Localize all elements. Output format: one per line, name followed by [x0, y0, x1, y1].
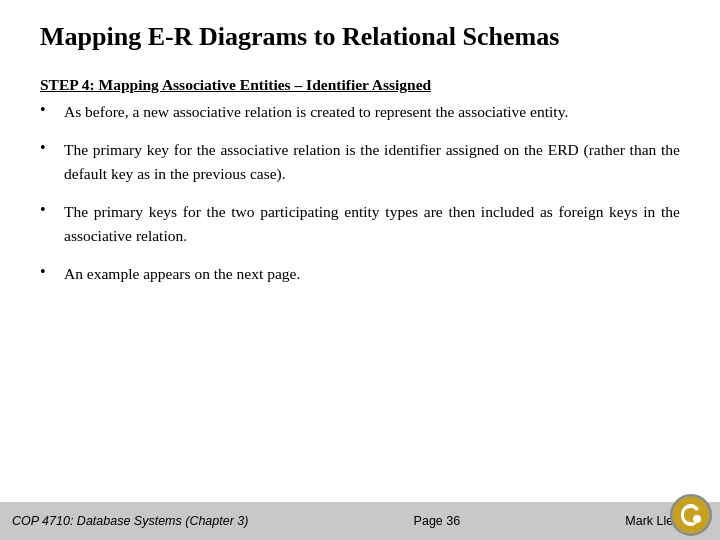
footer-course: COP 4710: Database Systems (Chapter 3) — [12, 514, 248, 528]
bullet-icon: • — [40, 100, 54, 119]
slide-footer: COP 4710: Database Systems (Chapter 3) P… — [0, 502, 720, 540]
slide-title: Mapping E-R Diagrams to Relational Schem… — [0, 0, 720, 68]
bullet-icon: • — [40, 262, 54, 281]
bullet-text: The primary key for the associative rela… — [64, 138, 680, 186]
logo-svg — [672, 496, 710, 534]
svg-point-0 — [673, 497, 709, 533]
bullet-icon: • — [40, 200, 54, 219]
bullet-text: The primary keys for the two participati… — [64, 200, 680, 248]
list-item: • The primary keys for the two participa… — [40, 200, 680, 248]
list-item: • An example appears on the next page. — [40, 262, 680, 286]
svg-point-1 — [693, 515, 701, 523]
slide-container: Mapping E-R Diagrams to Relational Schem… — [0, 0, 720, 540]
slide-content: STEP 4: Mapping Associative Entities – I… — [0, 68, 720, 502]
step-heading: STEP 4: Mapping Associative Entities – I… — [40, 76, 680, 94]
bullet-text: An example appears on the next page. — [64, 262, 300, 286]
bullet-text: As before, a new associative relation is… — [64, 100, 568, 124]
footer-page: Page 36 — [414, 514, 461, 528]
list-item: • As before, a new associative relation … — [40, 100, 680, 124]
bullet-icon: • — [40, 138, 54, 157]
logo-circle — [670, 494, 712, 536]
list-item: • The primary key for the associative re… — [40, 138, 680, 186]
footer-logo — [670, 494, 714, 538]
